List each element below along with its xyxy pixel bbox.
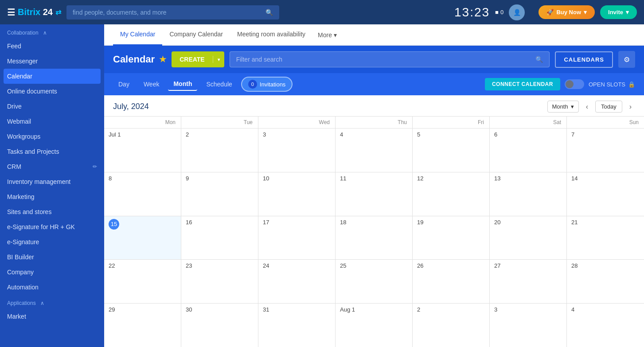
day-header-fri: Fri: [413, 117, 490, 128]
cal-cell-30[interactable]: 30: [181, 304, 258, 347]
cal-cell-11[interactable]: 11: [336, 172, 413, 216]
calendar-prev-button[interactable]: ‹: [582, 101, 592, 113]
username: [530, 9, 533, 16]
cal-cell-9[interactable]: 9: [181, 172, 258, 216]
calendar-area: July, 2024 Month ▾ ‹ Today › Mon Tue: [104, 95, 644, 347]
cal-cell-25[interactable]: 25: [336, 260, 413, 303]
cal-cell-7[interactable]: 7: [567, 129, 644, 172]
cal-cell-31[interactable]: 31: [258, 304, 336, 347]
tab-meeting-room[interactable]: Meeting room availability: [230, 24, 312, 46]
cal-cell-6[interactable]: 6: [490, 129, 567, 172]
cal-cell-24[interactable]: 24: [258, 260, 336, 303]
sidebar-item-market[interactable]: Market: [0, 309, 104, 324]
cal-date: 4: [340, 131, 343, 138]
sidebar-item-bi-builder[interactable]: BI Builder: [0, 250, 104, 265]
cal-cell-23[interactable]: 23: [181, 260, 258, 303]
sidebar-item-tasks-projects[interactable]: Tasks and Projects: [0, 144, 104, 159]
cal-cell-aug2[interactable]: 2: [413, 304, 490, 347]
sidebar-item-company[interactable]: Company: [0, 265, 104, 280]
cal-cell-3[interactable]: 3: [258, 129, 336, 172]
tab-my-calendar[interactable]: My Calendar: [113, 24, 162, 46]
cal-cell-10[interactable]: 10: [258, 172, 336, 216]
star-icon[interactable]: ★: [159, 55, 166, 64]
cal-cell-8[interactable]: 8: [104, 172, 181, 216]
calendars-button[interactable]: CALENDARS: [555, 51, 613, 68]
sidebar-item-webmail[interactable]: Webmail: [0, 114, 104, 129]
invite-button[interactable]: Invite ▾: [600, 5, 637, 19]
edit-icon[interactable]: ✏: [93, 164, 97, 170]
logo[interactable]: ☰ Bitrix 24 ⇄: [7, 7, 61, 18]
connect-calendar-button[interactable]: CONNECT CALENDAR: [485, 78, 560, 90]
toggle-switch[interactable]: [565, 79, 584, 89]
invitations-badge[interactable]: 0 Invitations: [241, 77, 293, 92]
avatar[interactable]: 👤: [509, 4, 525, 20]
day-header-tue: Tue: [181, 117, 258, 128]
sidebar-item-sites-stores[interactable]: Sites and stores: [0, 204, 104, 219]
cal-cell-16[interactable]: 16: [181, 216, 258, 260]
create-button-main[interactable]: CREATE: [172, 56, 213, 63]
cal-cell-21[interactable]: 21: [567, 216, 644, 260]
calendar-week-3: 15 16 17 18 19: [104, 216, 644, 260]
collapse-icon[interactable]: ∧: [43, 30, 47, 36]
cal-cell-17[interactable]: 17: [258, 216, 336, 260]
sidebar-item-marketing[interactable]: Marketing: [0, 189, 104, 204]
view-controls-bar: Day Week Month Schedule 0 Invitations CO…: [104, 73, 644, 95]
view-month-button[interactable]: Month: [168, 78, 197, 91]
buy-now-button[interactable]: 🚀 Buy Now ▾: [539, 5, 595, 19]
calendar-next-button[interactable]: ›: [626, 101, 635, 113]
cal-cell-13[interactable]: 13: [490, 172, 567, 216]
calendar-view-select[interactable]: Month ▾: [547, 101, 579, 113]
cal-cell-27[interactable]: 27: [490, 260, 567, 303]
cal-cell-aug1[interactable]: Aug 1: [336, 304, 413, 347]
sidebar-item-online-documents[interactable]: Online documents: [0, 84, 104, 99]
sidebar-item-esignature-hr[interactable]: e-Signature for HR + GK: [0, 219, 104, 234]
cal-cell-aug3[interactable]: 3: [490, 304, 567, 347]
cal-cell-28[interactable]: 28: [567, 260, 644, 303]
calendar-today-button[interactable]: Today: [595, 101, 622, 113]
view-day-button[interactable]: Day: [113, 78, 135, 90]
cal-cell-12[interactable]: 12: [413, 172, 490, 216]
refresh-icon[interactable]: ⇄: [55, 8, 61, 16]
search-bar[interactable]: 🔍: [66, 5, 279, 19]
sidebar-item-drive[interactable]: Drive: [0, 99, 104, 114]
tab-more[interactable]: More ▾: [312, 31, 342, 39]
cal-cell-15-today[interactable]: 15: [104, 216, 181, 260]
cal-cell-29[interactable]: 29: [104, 304, 181, 347]
sidebar-item-crm[interactable]: CRM ✏: [0, 159, 104, 174]
sidebar-item-calendar[interactable]: Calendar: [4, 69, 101, 84]
notification-area[interactable]: ■ 0: [495, 9, 503, 16]
cal-cell-26[interactable]: 26: [413, 260, 490, 303]
sidebar-section-applications: Applications ∧: [0, 295, 104, 309]
search-input[interactable]: [73, 9, 262, 16]
cal-cell-18[interactable]: 18: [336, 216, 413, 260]
cal-date: 13: [494, 175, 500, 182]
sidebar: Collaboration ∧ Feed Messenger Calendar …: [0, 24, 104, 347]
cal-cell-14[interactable]: 14: [567, 172, 644, 216]
cal-cell-19[interactable]: 19: [413, 216, 490, 260]
tab-company-calendar[interactable]: Company Calendar: [162, 24, 230, 46]
apps-collapse-icon[interactable]: ∧: [40, 300, 44, 306]
cal-cell-jul1[interactable]: Jul 1: [104, 129, 181, 172]
logo-text: Bitrix 24: [18, 7, 53, 17]
sidebar-item-feed[interactable]: Feed: [0, 39, 104, 54]
create-button[interactable]: CREATE ▾: [172, 51, 224, 67]
calendar-title-text: Calendar: [113, 54, 155, 65]
filter-search-bar[interactable]: Filter and search 🔍: [230, 51, 550, 67]
sidebar-item-messenger[interactable]: Messenger: [0, 54, 104, 69]
view-week-button[interactable]: Week: [138, 78, 165, 90]
create-button-arrow[interactable]: ▾: [213, 56, 224, 63]
cal-cell-22[interactable]: 22: [104, 260, 181, 303]
sidebar-item-workgroups[interactable]: Workgroups: [0, 129, 104, 144]
view-schedule-button[interactable]: Schedule: [201, 78, 237, 90]
cal-cell-4[interactable]: 4: [336, 129, 413, 172]
sidebar-item-automation[interactable]: Automation: [0, 280, 104, 295]
cal-cell-20[interactable]: 20: [490, 216, 567, 260]
sidebar-item-inventory[interactable]: Inventory management: [0, 174, 104, 189]
calendar-weeks: Jul 1 2 3 4 5: [104, 129, 644, 347]
settings-button[interactable]: ⚙: [618, 51, 635, 68]
sidebar-item-esignature[interactable]: e-Signature: [0, 234, 104, 250]
cal-cell-5[interactable]: 5: [413, 129, 490, 172]
cal-cell-aug4[interactable]: 4: [567, 304, 644, 347]
cal-cell-2[interactable]: 2: [181, 129, 258, 172]
open-slots-button[interactable]: OPEN SLOTS 🔒: [589, 81, 635, 88]
